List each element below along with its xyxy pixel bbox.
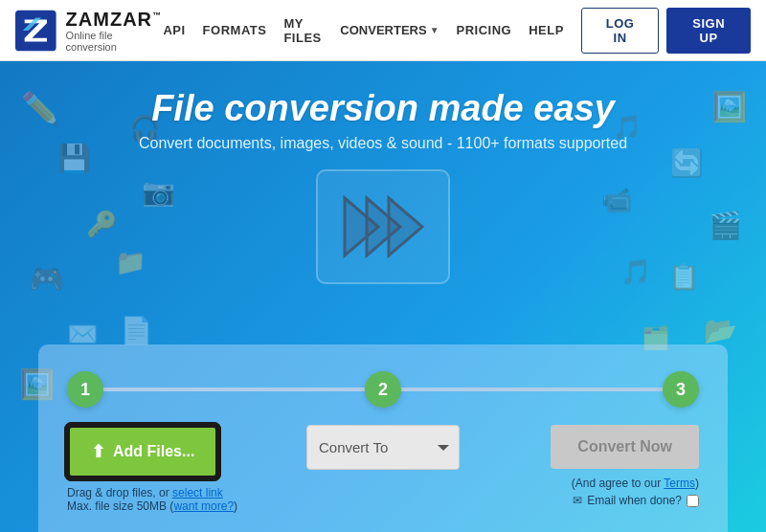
step-2-circle: 2 — [365, 371, 401, 408]
brand-tagline: Online file conversion — [66, 30, 164, 53]
email-checkbox[interactable] — [687, 495, 699, 507]
pencil-icon: ✏️ — [21, 90, 59, 126]
nav-btn-group: LOG IN SIGN UP — [581, 8, 751, 54]
video-icon: 📹 — [601, 186, 632, 215]
note-icon: 🎵 — [620, 257, 651, 287]
login-button[interactable]: LOG IN — [581, 8, 659, 54]
step3-area: Convert Now (And agree to our Terms) ✉ E… — [488, 425, 699, 507]
nav-my-files[interactable]: MY FILES — [283, 16, 323, 45]
add-files-label: Add Files... — [113, 443, 194, 460]
convert-now-button[interactable]: Convert Now — [551, 425, 699, 469]
convert-to-select[interactable]: Convert To — [306, 425, 460, 470]
floppy-icon: 💾 — [57, 143, 91, 174]
agree-close: ) — [695, 477, 699, 490]
clipboard-icon: 📋 — [668, 262, 699, 292]
agree-text: (And agree to our — [572, 477, 665, 490]
nav-api[interactable]: API — [163, 23, 185, 37]
select-link[interactable]: select link — [172, 486, 223, 499]
step-1-circle: 1 — [67, 371, 103, 408]
hero-logo — [316, 169, 450, 284]
steps-row: 1 2 3 — [67, 371, 699, 408]
drag-text: Drag & drop files, or — [67, 486, 172, 499]
hero-text: File conversion made easy Convert docume… — [139, 88, 627, 152]
nav-links: API FORMATS MY FILES CONVERTERS ▼ PRICIN… — [163, 16, 563, 45]
refresh-icon: 🔄 — [670, 147, 704, 179]
hero-subheadline: Convert documents, images, videos & soun… — [139, 135, 627, 152]
folder2-icon: 📂 — [704, 315, 737, 346]
nav-formats[interactable]: FORMATS — [203, 23, 267, 37]
chevron-down-icon: ▼ — [430, 25, 439, 35]
photo-icon: 📷 — [142, 176, 175, 208]
email-icon: ✉ — [573, 494, 582, 507]
step-3-circle: 3 — [663, 371, 699, 408]
doc-icon: 📄 — [120, 315, 153, 346]
want-more-close: ) — [234, 499, 237, 513]
logo-area: ZAMZAR™ Online file conversion — [15, 9, 163, 53]
folder-icon: 📁 — [115, 248, 146, 277]
logo-text: ZAMZAR™ Online file conversion — [66, 9, 164, 53]
add-files-button[interactable]: ⬆ Add Files... — [67, 425, 218, 478]
want-more-link[interactable]: want more? — [173, 499, 234, 513]
nav-converters-label: CONVERTERS — [340, 23, 426, 37]
nav-converters[interactable]: CONVERTERS ▼ — [340, 23, 439, 37]
brand-name: ZAMZAR™ — [66, 9, 164, 30]
step-connector-2 — [399, 388, 665, 391]
step1-hint: Drag & drop files, or select link Max. f… — [67, 486, 237, 513]
play-arrows-icon — [330, 184, 436, 270]
svg-marker-5 — [389, 198, 422, 255]
terms-link[interactable]: Terms — [664, 477, 695, 490]
gamepad-icon: 🎮 — [29, 262, 64, 296]
hero-headline: File conversion made easy — [139, 88, 627, 129]
hero-logo-box — [316, 169, 450, 284]
signup-button[interactable]: SIGN UP — [666, 8, 751, 54]
navbar: ZAMZAR™ Online file conversion API FORMA… — [0, 0, 766, 61]
hero-section: ✏️ 💾 🔑 🎮 ✉️ 🖼️ 🎧 📷 📁 📄 🖼️ 🔄 🎬 📋 📂 🎵 📹 🎵 … — [0, 61, 766, 532]
actions-row: ⬆ Add Files... Drag & drop files, or sel… — [67, 425, 699, 513]
step-connector-1 — [101, 388, 367, 391]
key-icon: 🔑 — [86, 210, 117, 239]
step1-area: ⬆ Add Files... Drag & drop files, or sel… — [67, 425, 278, 513]
hero-headline-normal: File conversion made — [151, 88, 533, 128]
film-icon: 🎬 — [709, 210, 742, 241]
image2-icon: 🖼️ — [711, 90, 747, 123]
step2-area: Convert To — [278, 425, 488, 470]
hero-headline-italic: easy — [533, 88, 615, 128]
conversion-panel: 1 2 3 ⬆ Add Files... Drag & drop files, … — [38, 344, 728, 532]
max-size-text: Max. file size 50MB ( — [67, 499, 173, 513]
email-when-done: ✉ Email when done? — [573, 494, 699, 507]
nav-help[interactable]: HELP — [529, 23, 564, 37]
email-label: Email when done? — [587, 494, 682, 507]
nav-pricing[interactable]: PRICING — [457, 23, 512, 37]
step3-hint: (And agree to our Terms) — [572, 477, 699, 490]
upload-icon: ⬆ — [91, 441, 105, 462]
zamzar-logo-icon — [15, 10, 56, 52]
